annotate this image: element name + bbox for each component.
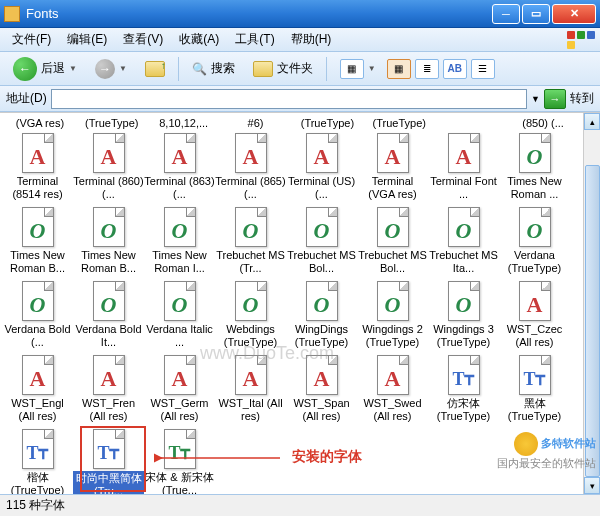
address-input[interactable] <box>51 89 527 109</box>
menu-help[interactable]: 帮助(H) <box>283 29 340 50</box>
font-item[interactable]: ATerminal (8514 res) <box>2 133 73 201</box>
chevron-down-icon: ▼ <box>368 64 376 73</box>
font-item[interactable]: AWST_Engl (All res) <box>2 355 73 423</box>
views-icon: ▦ <box>340 59 364 79</box>
search-icon: 🔍 <box>192 62 207 76</box>
font-file-icon: O <box>235 207 267 247</box>
font-item[interactable]: OTimes New Roman B... <box>2 207 73 275</box>
font-label: Wingdings 2 (TrueType) <box>357 323 428 349</box>
go-button[interactable]: → <box>544 89 566 109</box>
font-item[interactable]: OVerdana Bold (... <box>2 281 73 349</box>
font-item[interactable]: OVerdana (TrueType) <box>499 207 570 275</box>
menu-favorites[interactable]: 收藏(A) <box>171 29 227 50</box>
font-label: Terminal (US) (... <box>286 175 357 201</box>
font-file-icon: O <box>93 281 125 321</box>
font-item[interactable]: OTrebuchet MS (Tr... <box>215 207 286 275</box>
titlebar[interactable]: Fonts ─ ▭ ✕ <box>0 0 600 28</box>
view-ab-button[interactable]: AB <box>443 59 467 79</box>
font-item[interactable]: OTimes New Roman ... <box>499 133 570 201</box>
font-item[interactable]: ATerminal Font ... <box>428 133 499 201</box>
address-label: 地址(D) <box>6 90 47 107</box>
font-item[interactable]: ATerminal (US) (... <box>286 133 357 201</box>
folders-button[interactable]: 文件夹 <box>246 56 320 81</box>
separator <box>178 57 179 81</box>
font-item[interactable]: OTimes New Roman B... <box>73 207 144 275</box>
forward-icon: → <box>95 59 115 79</box>
window-icon <box>4 6 20 22</box>
font-label: Terminal Font ... <box>428 175 499 201</box>
up-button[interactable] <box>138 57 172 81</box>
font-item[interactable]: AWST_Fren (All res) <box>73 355 144 423</box>
font-file-icon: O <box>235 281 267 321</box>
menu-edit[interactable]: 编辑(E) <box>59 29 115 50</box>
scroll-up-icon[interactable]: ▴ <box>584 113 600 130</box>
font-item[interactable]: OWingDings (TrueType) <box>286 281 357 349</box>
font-label: Trebuchet MS Bol... <box>357 249 428 275</box>
font-item[interactable]: AWST_Czec (All res) <box>499 281 570 349</box>
window-title: Fonts <box>26 6 492 21</box>
brand-watermark: 多特软件站 国内最安全的软件站 <box>497 432 596 470</box>
font-label: Verdana Bold It... <box>73 323 144 349</box>
back-icon: ← <box>13 57 37 81</box>
font-item[interactable]: OTrebuchet MS Bol... <box>357 207 428 275</box>
minimize-button[interactable]: ─ <box>492 4 520 24</box>
font-label: 黑体 (TrueType) <box>499 397 570 423</box>
view-large-icons-button[interactable]: ▦ <box>387 59 411 79</box>
chevron-down-icon[interactable]: ▼ <box>531 94 540 104</box>
menu-file[interactable]: 文件(F) <box>4 29 59 50</box>
font-item[interactable]: AWST_Span (All res) <box>286 355 357 423</box>
font-label: Times New Roman ... <box>499 175 570 201</box>
font-item[interactable]: Tᴛ宋体 & 新宋体 (True... <box>144 429 215 494</box>
font-file-icon: A <box>377 355 409 395</box>
font-item[interactable]: OWingdings 2 (TrueType) <box>357 281 428 349</box>
chevron-down-icon: ▼ <box>119 64 127 73</box>
search-button[interactable]: 🔍 搜索 <box>185 56 242 81</box>
font-item[interactable]: Tᴛ楷体 (TrueType) <box>2 429 73 494</box>
partial-label: #6) <box>220 117 292 129</box>
scroll-down-icon[interactable]: ▾ <box>584 477 600 494</box>
font-item[interactable]: OTrebuchet MS Bol... <box>286 207 357 275</box>
font-item[interactable]: ATerminal (VGA res) <box>357 133 428 201</box>
menu-view[interactable]: 查看(V) <box>115 29 171 50</box>
font-item[interactable]: OTimes New Roman I... <box>144 207 215 275</box>
partial-label: (TrueType) <box>363 117 435 129</box>
font-item[interactable]: OWebdings (TrueType) <box>215 281 286 349</box>
font-item[interactable]: OVerdana Italic ... <box>144 281 215 349</box>
view-list-button[interactable]: ≣ <box>415 59 439 79</box>
chevron-down-icon: ▼ <box>69 64 77 73</box>
separator <box>326 57 327 81</box>
back-button[interactable]: ← 后退 ▼ <box>6 53 84 85</box>
font-file-icon: O <box>306 207 338 247</box>
maximize-button[interactable]: ▭ <box>522 4 550 24</box>
font-item[interactable]: OWingdings 3 (TrueType) <box>428 281 499 349</box>
scroll-thumb[interactable] <box>585 165 600 477</box>
font-file-icon: O <box>93 207 125 247</box>
font-label: WST_Ital (All res) <box>215 397 286 423</box>
font-item[interactable]: ATerminal (863) (... <box>144 133 215 201</box>
font-item[interactable]: AWST_Swed (All res) <box>357 355 428 423</box>
window-controls: ─ ▭ ✕ <box>492 4 596 24</box>
view-details-button[interactable]: ☰ <box>471 59 495 79</box>
font-item[interactable]: AWST_Ital (All res) <box>215 355 286 423</box>
font-item[interactable]: AWST_Germ (All res) <box>144 355 215 423</box>
font-item[interactable]: ATerminal (865) (... <box>215 133 286 201</box>
font-file-icon: O <box>164 207 196 247</box>
close-button[interactable]: ✕ <box>552 4 596 24</box>
font-label: Verdana Italic ... <box>144 323 215 349</box>
font-item[interactable]: OTrebuchet MS Ita... <box>428 207 499 275</box>
forward-button[interactable]: → ▼ <box>88 55 134 83</box>
views-button[interactable]: ▦ ▼ <box>333 55 383 83</box>
partial-label: (TrueType) <box>292 117 364 129</box>
toolbar: ← 后退 ▼ → ▼ 🔍 搜索 文件夹 ▦ ▼ ▦ ≣ AB ☰ <box>0 52 600 86</box>
font-item[interactable]: ATerminal (860) (... <box>73 133 144 201</box>
brand-slogan: 国内最安全的软件站 <box>497 457 596 469</box>
font-label: 仿宋体 (TrueType) <box>428 397 499 423</box>
font-file-icon: Tᴛ <box>519 355 551 395</box>
partial-label: (850) (... <box>507 117 579 129</box>
font-item[interactable]: OVerdana Bold It... <box>73 281 144 349</box>
partial-row: (VGA res)(TrueType)8,10,12,...#6)(TrueTy… <box>0 113 583 129</box>
annotation-text: 安装的字体 <box>292 448 362 466</box>
menu-tools[interactable]: 工具(T) <box>227 29 282 50</box>
font-item[interactable]: Tᴛ黑体 (TrueType) <box>499 355 570 423</box>
font-item[interactable]: Tᴛ仿宋体 (TrueType) <box>428 355 499 423</box>
